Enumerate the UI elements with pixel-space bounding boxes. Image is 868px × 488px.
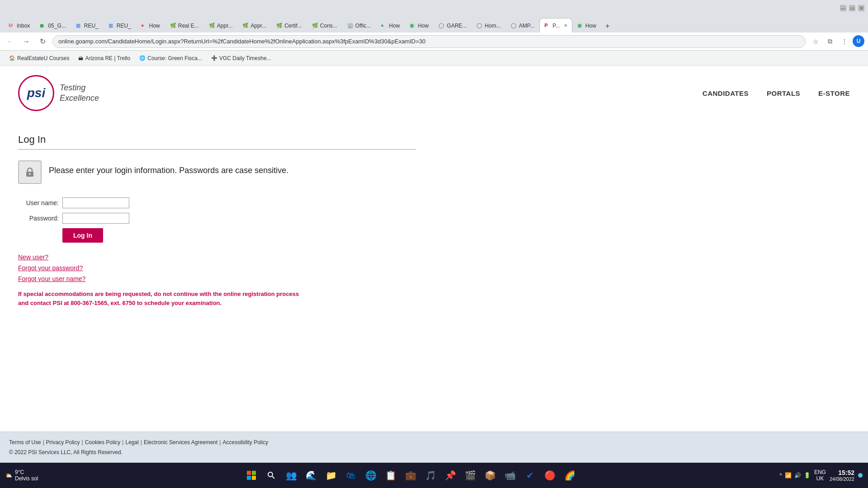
tab-psi-active[interactable]: P P... ✕: [539, 18, 572, 33]
extension-icon[interactable]: ⧉: [824, 35, 836, 48]
amazon-taskbar-button[interactable]: 📦: [481, 466, 499, 484]
reload-button[interactable]: ↻: [36, 35, 49, 48]
username-input[interactable]: [62, 197, 129, 208]
netflix-taskbar-button[interactable]: 🎬: [461, 466, 479, 484]
tab-appr1[interactable]: 🌿 Appr...: [204, 18, 238, 33]
footer-link-cookies[interactable]: Cookies Policy: [85, 439, 121, 446]
todo-taskbar-button[interactable]: ✔: [521, 466, 539, 484]
tab-home[interactable]: ◯ Hom...: [472, 18, 505, 33]
bookmark-realestateu[interactable]: 🏠 RealEstateU Courses: [5, 54, 73, 63]
tray-chevron[interactable]: ^: [779, 472, 782, 479]
tab-how3[interactable]: ▣ How: [405, 18, 434, 33]
bookmark-course[interactable]: 🌐 Course: Green Fisca...: [136, 54, 206, 63]
tab-how4[interactable]: ▣ How: [572, 18, 601, 33]
chrome3-taskbar-button[interactable]: 🌈: [561, 466, 579, 484]
time-date: 24/08/2022: [830, 476, 854, 482]
tab-gmail[interactable]: M Inbox: [4, 18, 35, 33]
bookmark-icon[interactable]: ☆: [809, 35, 822, 48]
footer-link-privacy[interactable]: Privacy Policy: [46, 439, 80, 446]
new-tab-button[interactable]: +: [601, 20, 614, 33]
tab-favicon-how3: ▣: [410, 23, 416, 29]
system-tray: ^ 📶 🔊 🔋: [779, 472, 811, 479]
tab-cons[interactable]: 🌿 Cons...: [307, 18, 342, 33]
spotify-taskbar-button[interactable]: 🎵: [421, 466, 439, 484]
tab-close-icon[interactable]: ✕: [564, 23, 567, 28]
lang-line1: ENG: [814, 469, 826, 475]
page-content: psi Testing Excellence CANDIDATES PORTAL…: [0, 66, 868, 463]
taskbar-center: 👥 🌊 📁 🛍 🌐 📋 💼 🎵 📌 🎬 📦 📹 ✔ 🔴 🌈: [242, 466, 579, 484]
teams2-taskbar-button[interactable]: 💼: [401, 466, 420, 484]
main-content: Log In Please enter your login informati…: [0, 120, 434, 321]
login-button[interactable]: Log In: [62, 228, 103, 243]
maximize-button[interactable]: ▭: [849, 5, 855, 11]
tray-battery: 🔋: [804, 472, 811, 479]
bookmark-arizona[interactable]: 🏔 Arizona RE | Trello: [75, 54, 134, 63]
zoom-taskbar-button[interactable]: 📹: [501, 466, 519, 484]
minimize-button[interactable]: —: [840, 5, 846, 11]
nav-candidates[interactable]: CANDIDATES: [703, 89, 749, 97]
nav-portals[interactable]: PORTALS: [767, 89, 800, 97]
chrome-taskbar-button[interactable]: 🌐: [362, 466, 380, 484]
profile-avatar[interactable]: U: [853, 35, 864, 47]
notification-indicator[interactable]: [858, 473, 863, 478]
footer-link-terms[interactable]: Terms of Use: [9, 439, 41, 446]
svg-rect-5: [252, 476, 256, 480]
page-title: Log In: [18, 134, 416, 145]
teams-taskbar-button[interactable]: 👥: [282, 466, 300, 484]
search-taskbar-button[interactable]: [262, 466, 280, 484]
address-bar: ← → ↻ online.goamp.com/CandidateHome/Log…: [0, 33, 868, 51]
tab-reu2[interactable]: ▦ REU_: [104, 18, 136, 33]
bookmark-vgc[interactable]: ➕ VGC Daily Timeshe...: [208, 54, 275, 63]
footer-link-esa[interactable]: Electronic Services Agreement: [144, 439, 217, 446]
forward-button[interactable]: →: [20, 35, 33, 48]
tab-label: How: [389, 23, 400, 29]
tab-reu1[interactable]: ▦ REU_: [71, 18, 104, 33]
footer-link-accessibility[interactable]: Accessibility Policy: [222, 439, 268, 446]
tab-05g[interactable]: ◼ 05_G...: [35, 18, 71, 33]
tab-reale[interactable]: 🌿 Real E...: [165, 18, 204, 33]
explorer-taskbar-button[interactable]: 📁: [322, 466, 340, 484]
title-divider: [18, 149, 416, 150]
new-user-link[interactable]: New user?: [18, 253, 416, 261]
time-main: 15:52: [830, 469, 854, 476]
language-indicator[interactable]: ENG UK: [814, 469, 826, 482]
notepad-taskbar-button[interactable]: 📋: [382, 466, 400, 484]
psi-logo-text: psi: [27, 86, 45, 100]
windows-start-button[interactable]: [242, 466, 260, 484]
bookmark-label: RealEstateU Courses: [17, 55, 69, 61]
tab-amp[interactable]: ◯ AMP...: [506, 18, 539, 33]
footer-link-legal[interactable]: Legal: [125, 439, 138, 446]
bookmark-favicon-arizona: 🏔: [78, 56, 83, 61]
tab-offic[interactable]: 🏢 Offic...: [342, 18, 376, 33]
tab-how2[interactable]: ● How: [376, 18, 405, 33]
tab-appr2[interactable]: 🌿 Appr...: [237, 18, 271, 33]
tab-label: REU_: [84, 23, 99, 29]
close-button[interactable]: ✕: [858, 5, 864, 11]
tab-how1[interactable]: ● How: [136, 18, 165, 33]
main-navigation: CANDIDATES PORTALS E-STORE: [703, 89, 850, 97]
tab-certif[interactable]: 🌿 Certif...: [271, 18, 307, 33]
forgot-password-link[interactable]: Forgot your password?: [18, 264, 416, 272]
tab-favicon-appr1: 🌿: [209, 23, 215, 29]
address-icons: ☆ ⧉ ⋮ U: [809, 35, 864, 48]
back-button[interactable]: ←: [4, 35, 16, 48]
tab-favicon-reu1: ▦: [76, 23, 82, 29]
weather-desc: Delvis sol: [15, 475, 38, 482]
tab-favicon-certif: 🌿: [276, 23, 283, 29]
lang-line2: UK: [814, 475, 826, 482]
forgot-username-link[interactable]: Forgot your user name?: [18, 275, 416, 282]
password-row: Password:: [18, 213, 416, 224]
tab-label: How: [149, 23, 160, 29]
chrome2-taskbar-button[interactable]: 🔴: [541, 466, 559, 484]
edge-taskbar-button[interactable]: 🌊: [302, 466, 320, 484]
password-input[interactable]: [62, 213, 129, 224]
url-bar[interactable]: online.goamp.com/CandidateHome/Login.asp…: [52, 35, 806, 48]
nav-estore[interactable]: E-STORE: [818, 89, 850, 97]
bookmark-favicon-realestateu: 🏠: [9, 55, 15, 61]
pinterest-taskbar-button[interactable]: 📌: [441, 466, 459, 484]
tab-gare[interactable]: ◯ GARE...: [434, 18, 472, 33]
tab-favicon-how1: ●: [141, 23, 147, 29]
store-taskbar-button[interactable]: 🛍: [342, 466, 360, 484]
menu-icon[interactable]: ⋮: [838, 35, 851, 48]
clock[interactable]: 15:52 24/08/2022: [830, 469, 854, 482]
